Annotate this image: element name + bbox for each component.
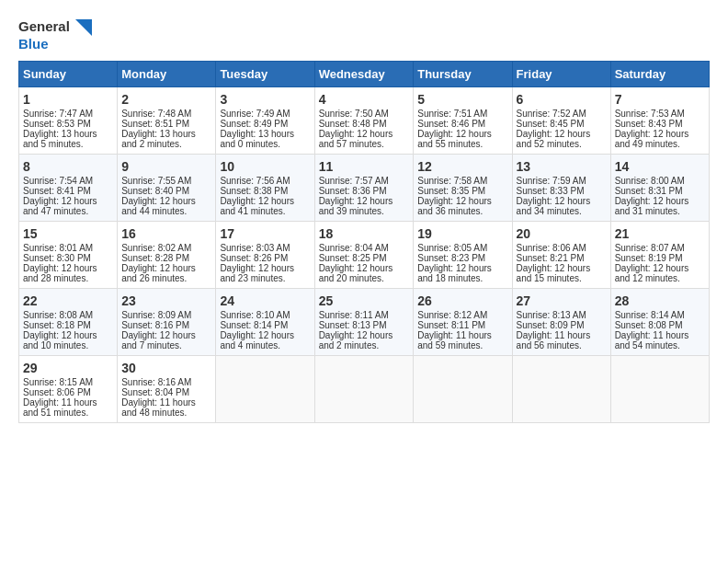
calendar-cell: 9Sunrise: 7:55 AMSunset: 8:40 PMDaylight… xyxy=(118,155,216,222)
calendar-cell: 10Sunrise: 7:56 AMSunset: 8:38 PMDayligh… xyxy=(216,155,314,222)
calendar-cell: 30Sunrise: 8:16 AMSunset: 8:04 PMDayligh… xyxy=(118,356,216,423)
day-number: 29 xyxy=(23,361,113,375)
day-number: 17 xyxy=(220,226,310,241)
sunrise-text: Sunrise: 7:47 AM xyxy=(23,109,93,119)
day-number: 22 xyxy=(23,293,113,308)
logo-container: General Blue xyxy=(18,18,92,52)
sunrise-text: Sunrise: 8:04 AM xyxy=(319,243,389,253)
sunset-text: Sunset: 8:11 PM xyxy=(417,320,485,330)
sunrise-text: Sunrise: 8:09 AM xyxy=(121,310,191,320)
sunrise-text: Sunrise: 8:02 AM xyxy=(121,243,191,253)
col-header-wednesday: Wednesday xyxy=(314,62,414,87)
sunset-text: Sunset: 8:25 PM xyxy=(319,253,387,263)
daylight-text: Daylight: 12 hours and 15 minutes. xyxy=(517,263,591,283)
sunset-text: Sunset: 8:38 PM xyxy=(220,186,288,196)
daylight-text: Daylight: 12 hours and 20 minutes. xyxy=(319,263,393,283)
sunset-text: Sunset: 8:46 PM xyxy=(417,119,485,129)
daylight-text: Daylight: 13 hours and 2 minutes. xyxy=(121,129,196,149)
calendar-cell: 8Sunrise: 7:54 AMSunset: 8:41 PMDaylight… xyxy=(19,155,118,222)
daylight-text: Daylight: 11 hours and 59 minutes. xyxy=(417,330,492,350)
sunset-text: Sunset: 8:53 PM xyxy=(23,119,91,129)
daylight-text: Daylight: 12 hours and 28 minutes. xyxy=(23,263,97,283)
sunrise-text: Sunrise: 8:08 AM xyxy=(23,310,93,320)
day-number: 14 xyxy=(615,159,705,174)
sunrise-text: Sunrise: 8:15 AM xyxy=(23,377,93,387)
sunset-text: Sunset: 8:43 PM xyxy=(615,119,683,129)
daylight-text: Daylight: 12 hours and 31 minutes. xyxy=(615,196,689,216)
daylight-text: Daylight: 13 hours and 0 minutes. xyxy=(220,129,294,149)
sunset-text: Sunset: 8:28 PM xyxy=(121,253,189,263)
header: General Blue xyxy=(18,18,710,52)
logo: General Blue xyxy=(18,18,92,52)
sunrise-text: Sunrise: 7:54 AM xyxy=(23,176,93,186)
calendar-cell: 13Sunrise: 7:59 AMSunset: 8:33 PMDayligh… xyxy=(512,155,610,222)
sunrise-text: Sunrise: 7:53 AM xyxy=(615,109,685,119)
sunset-text: Sunset: 8:13 PM xyxy=(319,320,387,330)
daylight-text: Daylight: 12 hours and 36 minutes. xyxy=(417,196,492,216)
sunset-text: Sunset: 8:14 PM xyxy=(220,320,288,330)
daylight-text: Daylight: 12 hours and 18 minutes. xyxy=(417,263,492,283)
day-number: 9 xyxy=(121,159,211,174)
daylight-text: Daylight: 11 hours and 56 minutes. xyxy=(517,330,591,350)
sunrise-text: Sunrise: 7:49 AM xyxy=(220,109,290,119)
daylight-text: Daylight: 12 hours and 47 minutes. xyxy=(23,196,97,216)
col-header-saturday: Saturday xyxy=(610,62,709,87)
calendar-cell: 18Sunrise: 8:04 AMSunset: 8:25 PMDayligh… xyxy=(314,222,414,289)
calendar-cell xyxy=(414,356,512,423)
daylight-text: Daylight: 13 hours and 5 minutes. xyxy=(23,129,97,149)
sunset-text: Sunset: 8:40 PM xyxy=(121,186,189,196)
daylight-text: Daylight: 12 hours and 41 minutes. xyxy=(220,196,294,216)
calendar-week-row: 22Sunrise: 8:08 AMSunset: 8:18 PMDayligh… xyxy=(19,289,710,356)
day-number: 2 xyxy=(121,92,211,107)
sunrise-text: Sunrise: 7:50 AM xyxy=(319,109,389,119)
sunrise-text: Sunrise: 8:16 AM xyxy=(121,377,191,387)
calendar-cell: 4Sunrise: 7:50 AMSunset: 8:48 PMDaylight… xyxy=(314,87,414,155)
calendar-table: SundayMondayTuesdayWednesdayThursdayFrid… xyxy=(18,61,710,423)
day-number: 13 xyxy=(517,159,607,174)
day-number: 27 xyxy=(517,293,607,308)
sunset-text: Sunset: 8:26 PM xyxy=(220,253,288,263)
sunrise-text: Sunrise: 7:55 AM xyxy=(121,176,191,186)
calendar-cell: 15Sunrise: 8:01 AMSunset: 8:30 PMDayligh… xyxy=(19,222,118,289)
day-number: 23 xyxy=(121,293,211,308)
calendar-cell: 2Sunrise: 7:48 AMSunset: 8:51 PMDaylight… xyxy=(118,87,216,155)
sunrise-text: Sunrise: 8:14 AM xyxy=(615,310,685,320)
sunrise-text: Sunrise: 8:01 AM xyxy=(23,243,93,253)
day-number: 24 xyxy=(220,293,310,308)
calendar-cell xyxy=(610,356,709,423)
calendar-cell: 3Sunrise: 7:49 AMSunset: 8:49 PMDaylight… xyxy=(216,87,314,155)
daylight-text: Daylight: 12 hours and 57 minutes. xyxy=(319,129,393,149)
sunrise-text: Sunrise: 8:11 AM xyxy=(319,310,389,320)
col-header-friday: Friday xyxy=(512,62,610,87)
day-number: 15 xyxy=(23,226,113,241)
day-number: 16 xyxy=(121,226,211,241)
sunset-text: Sunset: 8:51 PM xyxy=(121,119,189,129)
sunrise-text: Sunrise: 8:07 AM xyxy=(615,243,685,253)
day-number: 25 xyxy=(319,293,410,308)
calendar-cell xyxy=(216,356,314,423)
daylight-text: Daylight: 12 hours and 4 minutes. xyxy=(220,330,294,350)
daylight-text: Daylight: 11 hours and 51 minutes. xyxy=(23,397,97,418)
day-number: 7 xyxy=(615,92,705,107)
day-number: 12 xyxy=(417,159,507,174)
calendar-cell: 20Sunrise: 8:06 AMSunset: 8:21 PMDayligh… xyxy=(512,222,610,289)
calendar-cell: 11Sunrise: 7:57 AMSunset: 8:36 PMDayligh… xyxy=(314,155,414,222)
sunset-text: Sunset: 8:35 PM xyxy=(417,186,485,196)
sunrise-text: Sunrise: 7:51 AM xyxy=(417,109,487,119)
sunrise-text: Sunrise: 8:00 AM xyxy=(615,176,685,186)
day-number: 30 xyxy=(121,361,211,375)
day-number: 20 xyxy=(517,226,607,241)
sunrise-text: Sunrise: 8:05 AM xyxy=(417,243,487,253)
col-header-monday: Monday xyxy=(118,62,216,87)
day-number: 4 xyxy=(319,92,410,107)
calendar-cell: 17Sunrise: 8:03 AMSunset: 8:26 PMDayligh… xyxy=(216,222,314,289)
day-number: 18 xyxy=(319,226,410,241)
calendar-cell: 21Sunrise: 8:07 AMSunset: 8:19 PMDayligh… xyxy=(610,222,709,289)
daylight-text: Daylight: 12 hours and 39 minutes. xyxy=(319,196,393,216)
sunrise-text: Sunrise: 8:13 AM xyxy=(517,310,586,320)
daylight-text: Daylight: 12 hours and 52 minutes. xyxy=(517,129,591,149)
daylight-text: Daylight: 12 hours and 34 minutes. xyxy=(517,196,591,216)
calendar-week-row: 15Sunrise: 8:01 AMSunset: 8:30 PMDayligh… xyxy=(19,222,710,289)
daylight-text: Daylight: 12 hours and 44 minutes. xyxy=(121,196,196,216)
sunrise-text: Sunrise: 7:52 AM xyxy=(517,109,586,119)
